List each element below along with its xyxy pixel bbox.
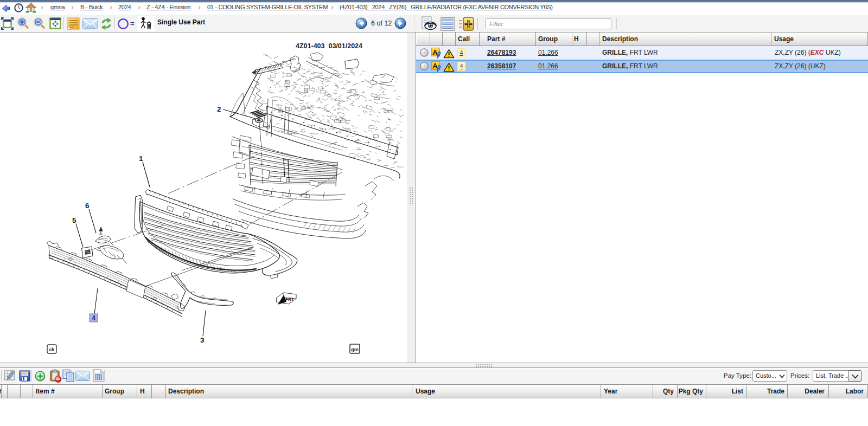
svg-text:6: 6 xyxy=(85,202,90,210)
svg-text:2: 2 xyxy=(217,105,221,113)
svg-text:3: 3 xyxy=(200,336,205,344)
svg-text:A: A xyxy=(432,49,437,56)
svg-text:5: 5 xyxy=(72,216,76,224)
svg-text:4: 4 xyxy=(92,314,95,322)
svg-text:A: A xyxy=(432,62,437,70)
svg-text:4Z01-403 03/01/2024: 4Z01-403 03/01/2024 xyxy=(296,42,362,50)
svg-text:1: 1 xyxy=(139,154,143,163)
svg-text:gm: gm xyxy=(351,347,359,352)
svg-text:FRT: FRT xyxy=(285,297,294,302)
svg-text:ck: ck xyxy=(49,347,55,352)
